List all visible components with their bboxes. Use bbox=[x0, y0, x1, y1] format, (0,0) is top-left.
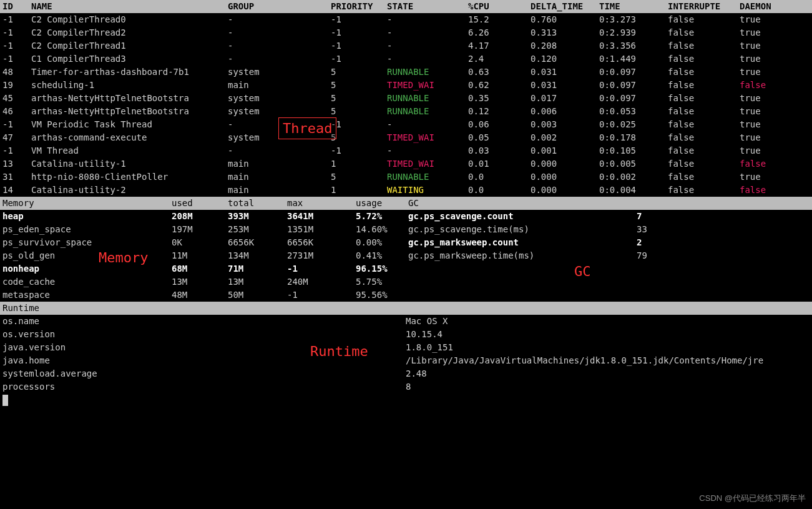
thread-priority: -1 bbox=[331, 118, 387, 131]
thread-priority: -1 bbox=[331, 26, 387, 39]
thread-priority: 5 bbox=[331, 105, 387, 118]
runtime-header: Runtime bbox=[0, 302, 812, 315]
col-header-time: TIME bbox=[599, 0, 668, 13]
thread-delta: 0.208 bbox=[531, 39, 599, 52]
thread-name: Catalina-utility-1 bbox=[31, 157, 228, 170]
thread-priority: 5 bbox=[331, 170, 387, 184]
col-header-state: STATE bbox=[387, 0, 468, 13]
thread-interrupted: false bbox=[668, 157, 740, 170]
thread-state: TIMED_WAI bbox=[387, 131, 468, 144]
thread-name: C2 CompilerThread0 bbox=[31, 13, 228, 26]
thread-name: Timer-for-arthas-dashboard-7b1 bbox=[31, 66, 228, 79]
thread-name: arthas-command-execute bbox=[31, 131, 228, 144]
thread-delta: 0.001 bbox=[531, 144, 599, 157]
memory-col-max: max bbox=[287, 197, 356, 210]
thread-group: - bbox=[228, 26, 331, 39]
thread-group: main bbox=[228, 170, 331, 184]
thread-cpu: 4.17 bbox=[468, 39, 531, 52]
thread-priority: 5 bbox=[331, 66, 387, 79]
gc-row: gc.ps_marksweep.count2 bbox=[406, 236, 812, 249]
memory-total: 50M bbox=[228, 289, 287, 302]
memory-gc-header: Memory used total max usage GC bbox=[0, 197, 812, 210]
thread-daemon: true bbox=[740, 52, 808, 66]
thread-id: -1 bbox=[0, 26, 31, 39]
thread-row: 13Catalina-utility-1main1TIMED_WAI0.010.… bbox=[0, 157, 812, 170]
thread-interrupted: false bbox=[668, 79, 740, 92]
thread-id: -1 bbox=[0, 118, 31, 131]
thread-state: - bbox=[387, 144, 468, 157]
thread-id: 48 bbox=[0, 66, 31, 79]
thread-daemon: true bbox=[740, 144, 808, 157]
memory-used: 13M bbox=[172, 275, 228, 289]
thread-daemon: true bbox=[740, 131, 808, 144]
thread-state: - bbox=[387, 39, 468, 52]
thread-name: VM Periodic Task Thread bbox=[31, 118, 228, 131]
thread-row: -1C2 CompilerThread0--1-15.20.7600:3.273… bbox=[0, 13, 812, 26]
thread-interrupted: false bbox=[668, 52, 740, 66]
thread-row: -1C1 CompilerThread3--1-2.40.1200:1.449f… bbox=[0, 52, 812, 66]
thread-cpu: 0.63 bbox=[468, 66, 531, 79]
thread-row: -1VM Periodic Task Thread--1-0.060.0030:… bbox=[0, 118, 812, 131]
memory-usage: 0.00% bbox=[356, 236, 406, 249]
thread-time: 0:0.097 bbox=[599, 79, 668, 92]
thread-priority: 5 bbox=[331, 79, 387, 92]
thread-delta: 0.760 bbox=[531, 13, 599, 26]
thread-cpu: 0.62 bbox=[468, 79, 531, 92]
runtime-key: os.name bbox=[0, 315, 406, 328]
thread-delta: 0.006 bbox=[531, 105, 599, 118]
thread-id: -1 bbox=[0, 39, 31, 52]
memory-name: ps_eden_space bbox=[0, 223, 172, 236]
runtime-value: 1.8.0_151 bbox=[406, 341, 812, 354]
thread-interrupted: false bbox=[668, 13, 740, 26]
thread-id: -1 bbox=[0, 13, 31, 26]
thread-delta: 0.017 bbox=[531, 92, 599, 105]
thread-name: C2 CompilerThread1 bbox=[31, 39, 228, 52]
thread-daemon: true bbox=[740, 170, 808, 184]
thread-interrupted: false bbox=[668, 170, 740, 184]
memory-total: 253M bbox=[228, 223, 287, 236]
thread-time: 0:0.002 bbox=[599, 170, 668, 184]
thread-state: RUNNABLE bbox=[387, 66, 468, 79]
thread-name: scheduling-1 bbox=[31, 79, 228, 92]
annotation-memory: Memory bbox=[99, 247, 148, 268]
thread-state: WAITING bbox=[387, 184, 468, 197]
thread-row: -1C2 CompilerThread2--1-6.260.3130:2.939… bbox=[0, 26, 812, 39]
thread-id: 13 bbox=[0, 157, 31, 170]
thread-priority: 1 bbox=[331, 184, 387, 197]
runtime-row: java.home/Library/Java/JavaVirtualMachin… bbox=[0, 354, 812, 367]
thread-row: 19scheduling-1main5TIMED_WAI0.620.0310:0… bbox=[0, 79, 812, 92]
col-header-daemon: DAEMON bbox=[740, 0, 808, 13]
thread-daemon: false bbox=[740, 184, 808, 197]
thread-daemon: true bbox=[740, 13, 808, 26]
col-header-name: NAME bbox=[31, 0, 228, 13]
memory-usage: 5.72% bbox=[356, 210, 406, 223]
runtime-row: systemload.average2.48 bbox=[0, 367, 812, 380]
thread-interrupted: false bbox=[668, 105, 740, 118]
memory-col-total: total bbox=[228, 197, 287, 210]
thread-priority: 5 bbox=[331, 92, 387, 105]
runtime-row: java.version1.8.0_151 bbox=[0, 341, 812, 354]
thread-table-body: -1C2 CompilerThread0--1-15.20.7600:3.273… bbox=[0, 13, 812, 197]
col-header-delta: DELTA_TIME bbox=[531, 0, 599, 13]
memory-usage: 96.15% bbox=[356, 262, 406, 275]
thread-row: 48Timer-for-arthas-dashboard-7b1system5R… bbox=[0, 66, 812, 79]
thread-id: 46 bbox=[0, 105, 31, 118]
thread-row: 47arthas-command-executesystem5TIMED_WAI… bbox=[0, 131, 812, 144]
memory-row: metaspace48M50M-195.56% bbox=[0, 289, 406, 302]
thread-daemon: false bbox=[740, 157, 808, 170]
memory-section-label: Memory bbox=[0, 197, 172, 210]
thread-group: system bbox=[228, 66, 331, 79]
runtime-key: processors bbox=[0, 380, 406, 393]
col-header-id: ID bbox=[0, 0, 31, 13]
col-header-interrupt: INTERRUPTE bbox=[668, 0, 740, 13]
runtime-value: 2.48 bbox=[406, 367, 812, 380]
memory-used: 0K bbox=[172, 236, 228, 249]
thread-header-row: ID NAME GROUP PRIORITY STATE %CPU DELTA_… bbox=[0, 0, 812, 13]
memory-max: -1 bbox=[287, 289, 356, 302]
memory-max: 1351M bbox=[287, 223, 356, 236]
thread-cpu: 0.35 bbox=[468, 92, 531, 105]
thread-group: - bbox=[228, 144, 331, 157]
thread-delta: 0.000 bbox=[531, 184, 599, 197]
runtime-row: os.version10.15.4 bbox=[0, 328, 812, 341]
col-header-group: GROUP bbox=[228, 0, 331, 13]
